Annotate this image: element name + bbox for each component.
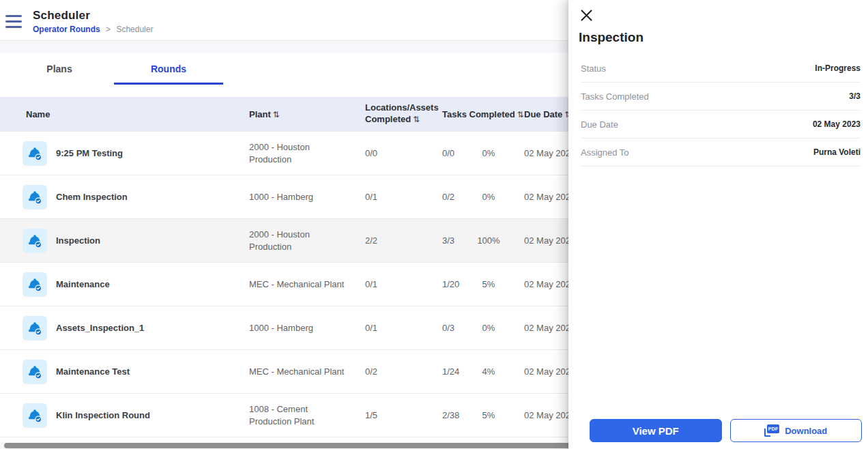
tab-rounds[interactable]: Rounds — [114, 53, 223, 85]
panel-field-value: In-Progress — [815, 63, 860, 73]
round-name-cell: Assets_Inspection_1 — [0, 316, 249, 341]
tasks-completed-cell: 0/0 — [442, 148, 471, 158]
round-name: Assets_Inspection_1 — [56, 323, 144, 333]
column-header-tasks[interactable]: Tasks Completed⇅ — [442, 109, 506, 119]
tasks-percent-cell: 5% — [471, 279, 506, 289]
panel-field-row: Assigned To Purna Voleti — [581, 139, 860, 166]
view-pdf-button[interactable]: View PDF — [590, 419, 722, 442]
breadcrumb: Operator Rounds > Scheduler — [33, 25, 153, 34]
round-name-cell: Maintenance — [0, 272, 249, 297]
locations-completed-cell: 2/2 — [365, 235, 442, 246]
breadcrumb-parent-link[interactable]: Operator Rounds — [33, 25, 100, 34]
tasks-completed-cell: 3/3 — [442, 235, 471, 246]
round-name-cell: Inspection — [0, 229, 249, 253]
panel-fields: Status In-Progress Tasks Completed 3/3 D… — [568, 55, 868, 166]
panel-field-row: Due Date 02 May 2023 — [581, 111, 860, 139]
tasks-completed-cell: 1/20 — [442, 279, 471, 289]
close-icon[interactable] — [578, 7, 594, 23]
round-name: 9:25 PM Testing — [56, 148, 123, 158]
plant-cell: MEC - Mechanical Plant — [249, 366, 357, 378]
tasks-completed-cell: 0/3 — [442, 323, 471, 333]
plant-cell: MEC - Mechanical Plant — [249, 278, 357, 291]
hard-hat-icon — [23, 316, 47, 341]
locations-completed-cell: 0/0 — [365, 148, 442, 158]
panel-field-label: Due Date — [581, 119, 618, 130]
plant-cell: 1000 - Hamberg — [249, 191, 357, 203]
plant-cell: 1000 - Hamberg — [249, 322, 357, 334]
round-name-cell: Maintenance Test — [0, 360, 249, 384]
round-name: Chem Inspection — [56, 192, 128, 202]
locations-completed-cell: 0/2 — [365, 366, 442, 377]
column-header-name[interactable]: Name — [0, 109, 249, 119]
round-name: Maintenance Test — [56, 366, 130, 377]
panel-field-row: Status In-Progress — [581, 55, 860, 83]
tasks-percent-cell: 4% — [471, 366, 506, 377]
panel-actions: View PDF PDF Download — [568, 419, 868, 442]
pdf-file-icon: PDF — [764, 424, 779, 437]
round-name-cell: Klin Inspection Round — [0, 403, 249, 428]
breadcrumb-separator: > — [106, 25, 111, 34]
hard-hat-icon — [23, 229, 47, 253]
plant-cell: 2000 - Houston Production — [249, 141, 357, 165]
tasks-percent-cell: 0% — [471, 323, 506, 333]
tasks-percent-cell: 0% — [471, 192, 506, 202]
hard-hat-icon — [23, 185, 47, 209]
plant-cell: 2000 - Houston Production — [249, 229, 357, 252]
panel-field-value: Purna Voleti — [813, 147, 860, 157]
column-header-locations[interactable]: Locations/Assets Completed⇅ — [365, 102, 442, 126]
panel-field-row: Tasks Completed 3/3 — [581, 83, 860, 111]
sort-icon[interactable]: ⇅ — [273, 110, 280, 119]
column-header-plant[interactable]: Plant⇅ — [249, 109, 365, 119]
tasks-percent-cell: 0% — [471, 148, 506, 158]
locations-completed-cell: 0/1 — [365, 323, 442, 333]
tasks-percent-cell: 5% — [471, 410, 506, 420]
panel-title: Inspection — [579, 30, 643, 45]
round-name-cell: Chem Inspection — [0, 185, 249, 209]
locations-completed-cell: 0/1 — [365, 279, 442, 289]
title-block: Scheduler Operator Rounds > Scheduler — [33, 9, 153, 34]
detail-panel: Inspection Status In-Progress Tasks Comp… — [568, 0, 868, 449]
locations-completed-cell: 1/5 — [365, 410, 442, 420]
tasks-completed-cell: 2/38 — [442, 410, 471, 420]
tasks-completed-cell: 0/2 — [442, 192, 471, 202]
round-name: Klin Inspection Round — [56, 410, 150, 420]
plant-cell: 1008 - Cement Production Plant — [249, 403, 357, 427]
breadcrumb-current: Scheduler — [116, 25, 153, 34]
locations-completed-cell: 0/1 — [365, 192, 442, 202]
hard-hat-icon — [23, 360, 47, 384]
menu-icon[interactable] — [5, 15, 22, 28]
panel-field-value: 02 May 2023 — [813, 119, 860, 129]
scheduler-page: Scheduler Operator Rounds > Scheduler Pl… — [0, 0, 868, 449]
download-button[interactable]: PDF Download — [730, 419, 863, 442]
download-button-label: Download — [785, 426, 827, 436]
tasks-completed-cell: 1/24 — [442, 366, 471, 377]
tab-plans[interactable]: Plans — [5, 53, 114, 85]
page-title: Scheduler — [33, 9, 153, 23]
panel-field-label: Status — [581, 63, 606, 74]
panel-field-label: Assigned To — [581, 147, 629, 158]
round-name: Inspection — [56, 235, 100, 246]
round-name-cell: 9:25 PM Testing — [0, 141, 249, 166]
panel-field-value: 3/3 — [849, 91, 860, 101]
hard-hat-icon — [23, 403, 47, 428]
tasks-percent-cell: 100% — [471, 235, 506, 246]
round-name: Maintenance — [56, 279, 110, 289]
sort-icon[interactable]: ⇅ — [413, 115, 420, 124]
hard-hat-icon — [23, 141, 47, 166]
panel-field-label: Tasks Completed — [581, 91, 649, 102]
hard-hat-icon — [23, 272, 47, 297]
